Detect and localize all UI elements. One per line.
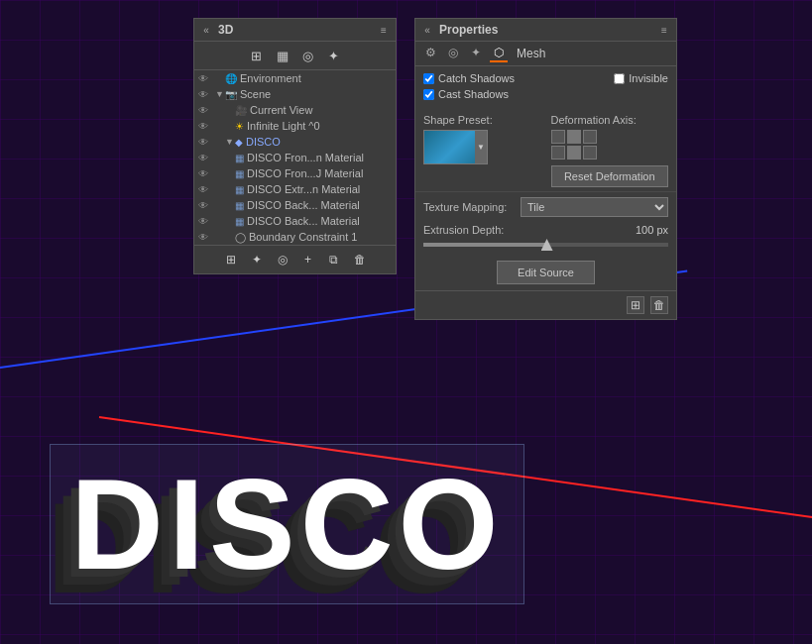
catch-shadows-checkbox[interactable] [423,73,434,84]
tree-label-environment: Environment [240,72,301,84]
tree-item-boundary[interactable]: 👁 ◯ Boundary Constraint 1 [194,229,396,245]
panel-3d-title: 3D [218,23,233,37]
invisible-label: Invisible [629,72,668,84]
props-footer-icon-settings[interactable]: ⊞ [627,296,644,314]
tree-item-environment[interactable]: 👁 🌐 Environment [194,70,396,86]
cast-shadows-label: Cast Shadows [438,88,509,100]
deform-btn-tc[interactable] [567,130,581,144]
shape-preset-label: Shape Preset: [423,114,541,126]
tree-item-scene[interactable]: 👁 ▼ 📷 Scene [194,86,396,102]
panel-3d-toolbar: ⊞ ▦ ◎ ✦ [194,42,396,70]
cast-shadows-row: Cast Shadows [423,88,668,100]
scene-tree: 👁 🌐 Environment 👁 ▼ 📷 Scene 👁 🎥 Current … [194,70,396,245]
deformation-axis-group: Deformation Axis: Reset Deformation [551,114,669,187]
tree-item-current-view[interactable]: 👁 🎥 Current View [194,102,396,118]
toolbar-icon-cube[interactable]: ▦ [274,47,291,64]
panel-props-title: Properties [439,23,498,37]
footer-icon-clone[interactable]: ⧉ [325,251,343,268]
footer-icon-scene[interactable]: ◎ [274,251,291,268]
tree-item-disco-mat-3[interactable]: 👁 ▦ DISCO Extr...n Material [194,181,396,197]
panel-properties: « Properties ≡ ⚙ ◎ ✦ ⬡ Mesh Catch Shadow… [414,18,677,320]
footer-icon-add[interactable]: + [299,251,317,268]
extrusion-depth-label: Extrusion Depth: [423,224,513,236]
tree-label-disco-mat-4: DISCO Back... Material [247,199,360,211]
tree-label-current-view: Current View [250,104,312,116]
tree-label-infinite-light: Infinite Light ^0 [247,120,320,132]
props-active-tab-label: Mesh [517,47,545,60]
tree-item-disco-mat-2[interactable]: 👁 ▦ DISCO Fron...J Material [194,165,396,181]
props-shadows-section: Catch Shadows Invisible Cast Shadows [415,66,676,110]
catch-shadows-row: Catch Shadows Invisible [423,72,668,84]
deform-btn-mc[interactable] [567,146,581,160]
catch-shadows-label: Catch Shadows [438,72,515,84]
toolbar-icon-sphere[interactable]: ◎ [299,47,317,64]
props-tabs-bar: ⚙ ◎ ✦ ⬡ Mesh [415,42,676,66]
extrusion-slider-track[interactable] [423,243,668,247]
toolbar-icon-light[interactable]: ✦ [325,47,343,64]
deform-btn-ml[interactable] [551,146,565,160]
panel-3d-menu-btn[interactable]: ≡ [378,25,390,35]
props-tab-texture[interactable]: ✦ [467,45,485,62]
panel-props-collapse-btn[interactable]: « [421,25,433,35]
deformation-axis-label: Deformation Axis: [551,114,669,126]
eye-icon-environment[interactable]: 👁 [198,73,212,84]
eye-icon-disco-mat-5[interactable]: 👁 [198,216,212,227]
props-tab-mesh[interactable]: ⬡ [490,45,508,62]
props-tab-settings[interactable]: ⚙ [421,45,439,62]
tree-item-infinite-light[interactable]: 👁 ☀ Infinite Light ^0 [194,118,396,134]
tree-label-disco-mat-1: DISCO Fron...n Material [247,152,364,163]
shape-deformation-section: Shape Preset: ▼ Deformation Axis: Reset … [415,110,676,191]
eye-icon-disco-mat-3[interactable]: 👁 [198,184,212,195]
reset-deformation-btn[interactable]: Reset Deformation [551,165,669,187]
invisible-checkbox[interactable] [614,73,625,84]
eye-icon-boundary[interactable]: 👁 [198,232,212,243]
texture-mapping-label: Texture Mapping: [423,201,513,213]
props-footer: ⊞ 🗑 [415,290,676,319]
shape-preset-preview[interactable]: ▼ [423,130,488,164]
props-footer-icon-delete[interactable]: 🗑 [650,296,668,314]
eye-icon-disco-mat-1[interactable]: 👁 [198,153,212,163]
eye-icon-current-view[interactable]: 👁 [198,105,212,116]
shape-dropdown-btn[interactable]: ▼ [475,131,487,163]
texture-mapping-select[interactable]: Tile Wrap Spherical Cylindrical [521,197,668,217]
extrusion-depth-value: 100 px [636,224,668,236]
tree-item-disco-mat-1[interactable]: 👁 ▦ DISCO Fron...n Material [194,150,396,165]
deform-btn-mr[interactable] [583,146,597,160]
tree-item-disco[interactable]: 👁 ▼ ◆ DISCO [194,134,396,150]
tree-label-disco-mat-2: DISCO Fron...J Material [247,167,363,179]
disco-3d-text: DISCO [50,444,524,604]
tree-label-boundary: Boundary Constraint 1 [249,231,357,243]
tree-item-disco-mat-4[interactable]: 👁 ▦ DISCO Back... Material [194,197,396,213]
texture-mapping-row: Texture Mapping: Tile Wrap Spherical Cyl… [415,191,676,222]
shape-preset-group: Shape Preset: ▼ [423,114,541,164]
tree-label-scene: Scene [240,88,271,100]
footer-icon-light[interactable]: ✦ [248,251,266,268]
tree-label-disco: DISCO [246,136,281,148]
panel-3d: « 3D ≡ ⊞ ▦ ◎ ✦ 👁 🌐 Environment 👁 ▼ 📷 Sce… [193,18,397,274]
extrusion-slider-row [415,236,676,255]
tree-label-disco-mat-3: DISCO Extr...n Material [247,183,360,195]
deformation-axis-grid [551,130,669,160]
eye-icon-infinite-light[interactable]: 👁 [198,121,212,132]
panel-3d-footer: ⊞ ✦ ◎ + ⧉ 🗑 [194,245,396,273]
edit-source-btn[interactable]: Edit Source [497,261,595,284]
props-tab-shape[interactable]: ◎ [444,45,462,62]
eye-icon-disco-mat-2[interactable]: 👁 [198,168,212,179]
deform-btn-tl[interactable] [551,130,565,144]
panel-props-header: « Properties ≡ [415,19,676,42]
footer-icon-delete[interactable]: 🗑 [351,251,369,268]
extrusion-depth-row: Extrusion Depth: 100 px [415,222,676,236]
panel-3d-header: « 3D ≡ [194,19,396,42]
deform-btn-tr[interactable] [583,130,597,144]
footer-icon-grid[interactable]: ⊞ [222,251,240,268]
cast-shadows-checkbox[interactable] [423,89,434,100]
eye-icon-scene[interactable]: 👁 [198,89,212,100]
panel-3d-collapse-btn[interactable]: « [200,25,212,35]
tree-item-disco-mat-5[interactable]: 👁 ▦ DISCO Back... Material [194,213,396,229]
tree-label-disco-mat-5: DISCO Back... Material [247,215,360,227]
eye-icon-disco-mat-4[interactable]: 👁 [198,200,212,211]
panel-props-menu-btn[interactable]: ≡ [658,25,670,35]
extrusion-slider-fill [423,243,546,247]
toolbar-icon-grid[interactable]: ⊞ [248,47,266,64]
eye-icon-disco[interactable]: 👁 [198,137,212,148]
